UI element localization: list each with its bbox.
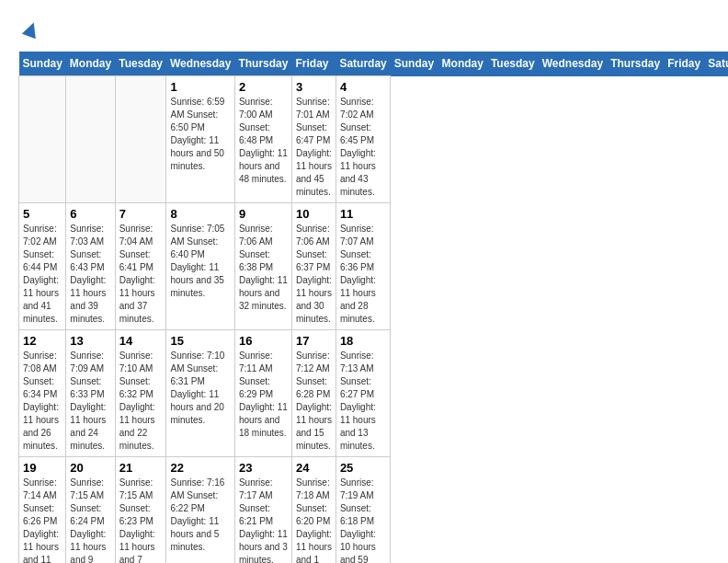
header-saturday: Saturday	[336, 52, 390, 76]
week-row-2: 12Sunrise: 7:08 AM Sunset: 6:34 PM Dayli…	[19, 330, 729, 457]
day-number: 25	[340, 461, 386, 475]
day-number: 23	[239, 461, 288, 475]
day-cell: 24Sunrise: 7:18 AM Sunset: 6:20 PM Dayli…	[291, 457, 336, 564]
header-thursday: Thursday	[234, 52, 291, 76]
day-number: 8	[170, 207, 230, 221]
day-info: Sunrise: 7:06 AM Sunset: 6:38 PM Dayligh…	[239, 223, 288, 313]
day-cell: 6Sunrise: 7:03 AM Sunset: 6:43 PM Daylig…	[66, 203, 115, 330]
day-info: Sunrise: 7:18 AM Sunset: 6:20 PM Dayligh…	[296, 477, 332, 563]
day-info: Sunrise: 7:10 AM Sunset: 6:32 PM Dayligh…	[119, 350, 163, 453]
day-number: 16	[239, 334, 288, 348]
day-number: 22	[170, 461, 230, 475]
logo-triangle-icon	[22, 20, 40, 39]
day-cell: 12Sunrise: 7:08 AM Sunset: 6:34 PM Dayli…	[19, 330, 66, 457]
header-col-wednesday: Wednesday	[539, 52, 607, 76]
day-info: Sunrise: 7:19 AM Sunset: 6:18 PM Dayligh…	[340, 477, 386, 563]
day-cell: 2Sunrise: 7:00 AM Sunset: 6:48 PM Daylig…	[234, 76, 291, 203]
day-number: 11	[340, 207, 386, 221]
day-number: 5	[23, 207, 62, 221]
day-info: Sunrise: 7:14 AM Sunset: 6:26 PM Dayligh…	[23, 477, 62, 563]
page-header	[18, 18, 710, 42]
day-info: Sunrise: 7:08 AM Sunset: 6:34 PM Dayligh…	[23, 350, 62, 453]
logo	[18, 18, 40, 42]
day-cell: 10Sunrise: 7:06 AM Sunset: 6:37 PM Dayli…	[291, 203, 336, 330]
day-number: 21	[119, 461, 163, 475]
day-number: 9	[239, 207, 288, 221]
day-cell: 5Sunrise: 7:02 AM Sunset: 6:44 PM Daylig…	[19, 203, 66, 330]
header-friday: Friday	[291, 52, 336, 76]
calendar-table: SundayMondayTuesdayWednesdayThursdayFrid…	[18, 52, 728, 563]
day-info: Sunrise: 7:13 AM Sunset: 6:27 PM Dayligh…	[340, 350, 386, 453]
day-info: Sunrise: 7:03 AM Sunset: 6:43 PM Dayligh…	[70, 223, 110, 326]
day-number: 13	[70, 334, 110, 348]
calendar-header-row: SundayMondayTuesdayWednesdayThursdayFrid…	[19, 52, 729, 76]
day-cell: 20Sunrise: 7:15 AM Sunset: 6:24 PM Dayli…	[66, 457, 115, 564]
week-row-3: 19Sunrise: 7:14 AM Sunset: 6:26 PM Dayli…	[19, 457, 729, 564]
day-cell: 16Sunrise: 7:11 AM Sunset: 6:29 PM Dayli…	[234, 330, 291, 457]
day-cell: 25Sunrise: 7:19 AM Sunset: 6:18 PM Dayli…	[336, 457, 390, 564]
day-info: Sunrise: 7:10 AM Sunset: 6:31 PM Dayligh…	[170, 350, 230, 427]
header-col-saturday: Saturday	[704, 52, 728, 76]
day-number: 10	[296, 207, 332, 221]
day-info: Sunrise: 7:16 AM Sunset: 6:22 PM Dayligh…	[170, 477, 230, 554]
day-cell: 9Sunrise: 7:06 AM Sunset: 6:38 PM Daylig…	[234, 203, 291, 330]
day-info: Sunrise: 7:02 AM Sunset: 6:44 PM Dayligh…	[23, 223, 62, 326]
day-number: 6	[70, 207, 110, 221]
header-col-monday: Monday	[438, 52, 487, 76]
day-info: Sunrise: 7:00 AM Sunset: 6:48 PM Dayligh…	[239, 96, 288, 186]
week-row-0: 1Sunrise: 6:59 AM Sunset: 6:50 PM Daylig…	[19, 76, 729, 203]
header-wednesday: Wednesday	[166, 52, 234, 76]
day-info: Sunrise: 7:05 AM Sunset: 6:40 PM Dayligh…	[170, 223, 230, 300]
day-cell: 17Sunrise: 7:12 AM Sunset: 6:28 PM Dayli…	[291, 330, 336, 457]
day-info: Sunrise: 7:01 AM Sunset: 6:47 PM Dayligh…	[296, 96, 332, 199]
day-cell: 22Sunrise: 7:16 AM Sunset: 6:22 PM Dayli…	[166, 457, 234, 564]
day-info: Sunrise: 7:17 AM Sunset: 6:21 PM Dayligh…	[239, 477, 288, 563]
svg-marker-0	[22, 20, 40, 39]
day-number: 12	[23, 334, 62, 348]
day-cell: 14Sunrise: 7:10 AM Sunset: 6:32 PM Dayli…	[115, 330, 166, 457]
header-sunday: Sunday	[19, 52, 66, 76]
day-number: 17	[296, 334, 332, 348]
week-row-1: 5Sunrise: 7:02 AM Sunset: 6:44 PM Daylig…	[19, 203, 729, 330]
day-info: Sunrise: 7:11 AM Sunset: 6:29 PM Dayligh…	[239, 350, 288, 440]
day-cell: 18Sunrise: 7:13 AM Sunset: 6:27 PM Dayli…	[336, 330, 390, 457]
header-col-friday: Friday	[664, 52, 704, 76]
day-info: Sunrise: 7:15 AM Sunset: 6:24 PM Dayligh…	[70, 477, 110, 563]
day-info: Sunrise: 7:02 AM Sunset: 6:45 PM Dayligh…	[340, 96, 386, 199]
header-monday: Monday	[66, 52, 115, 76]
day-number: 1	[170, 80, 230, 94]
day-cell: 1Sunrise: 6:59 AM Sunset: 6:50 PM Daylig…	[166, 76, 234, 203]
day-info: Sunrise: 7:07 AM Sunset: 6:36 PM Dayligh…	[340, 223, 386, 326]
day-info: Sunrise: 7:04 AM Sunset: 6:41 PM Dayligh…	[119, 223, 163, 326]
header-col-tuesday: Tuesday	[487, 52, 539, 76]
day-cell: 11Sunrise: 7:07 AM Sunset: 6:36 PM Dayli…	[336, 203, 390, 330]
day-info: Sunrise: 7:12 AM Sunset: 6:28 PM Dayligh…	[296, 350, 332, 453]
day-cell: 15Sunrise: 7:10 AM Sunset: 6:31 PM Dayli…	[166, 330, 234, 457]
day-number: 7	[119, 207, 163, 221]
header-col-thursday: Thursday	[607, 52, 664, 76]
day-cell: 13Sunrise: 7:09 AM Sunset: 6:33 PM Dayli…	[66, 330, 115, 457]
day-cell: 3Sunrise: 7:01 AM Sunset: 6:47 PM Daylig…	[291, 76, 336, 203]
day-number: 2	[239, 80, 288, 94]
day-number: 4	[340, 80, 386, 94]
day-info: Sunrise: 6:59 AM Sunset: 6:50 PM Dayligh…	[170, 96, 230, 173]
day-number: 3	[296, 80, 332, 94]
day-cell	[66, 76, 115, 203]
day-cell: 8Sunrise: 7:05 AM Sunset: 6:40 PM Daylig…	[166, 203, 234, 330]
day-info: Sunrise: 7:09 AM Sunset: 6:33 PM Dayligh…	[70, 350, 110, 453]
header-col-sunday: Sunday	[391, 52, 438, 76]
day-cell	[115, 76, 166, 203]
header-tuesday: Tuesday	[115, 52, 166, 76]
day-number: 14	[119, 334, 163, 348]
day-cell: 7Sunrise: 7:04 AM Sunset: 6:41 PM Daylig…	[115, 203, 166, 330]
day-number: 20	[70, 461, 110, 475]
day-number: 24	[296, 461, 332, 475]
day-info: Sunrise: 7:06 AM Sunset: 6:37 PM Dayligh…	[296, 223, 332, 326]
day-cell: 4Sunrise: 7:02 AM Sunset: 6:45 PM Daylig…	[336, 76, 390, 203]
day-cell	[19, 76, 66, 203]
day-number: 15	[170, 334, 230, 348]
day-cell: 23Sunrise: 7:17 AM Sunset: 6:21 PM Dayli…	[234, 457, 291, 564]
day-cell: 19Sunrise: 7:14 AM Sunset: 6:26 PM Dayli…	[19, 457, 66, 564]
day-info: Sunrise: 7:15 AM Sunset: 6:23 PM Dayligh…	[119, 477, 163, 563]
day-number: 18	[340, 334, 386, 348]
